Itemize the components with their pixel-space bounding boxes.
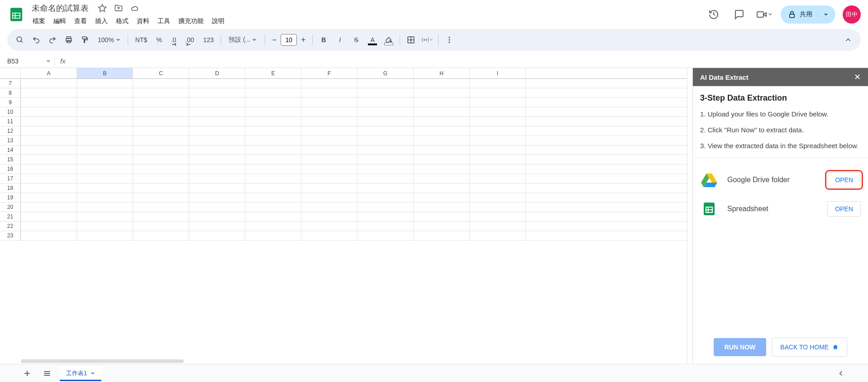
increase-decimal-button[interactable]: .00 <box>181 36 197 44</box>
horizontal-scrollbar[interactable] <box>0 358 687 364</box>
cell[interactable] <box>21 193 77 203</box>
cell[interactable] <box>77 203 133 212</box>
cell[interactable] <box>133 184 189 193</box>
open-drive-button[interactable]: OPEN <box>827 172 861 188</box>
cell[interactable] <box>358 174 414 184</box>
cell[interactable] <box>189 231 245 241</box>
cell[interactable] <box>414 107 470 117</box>
cell[interactable] <box>301 203 358 212</box>
cell[interactable] <box>21 222 77 231</box>
column-header-I[interactable]: I <box>470 68 526 79</box>
cell[interactable] <box>77 88 133 98</box>
cell[interactable] <box>189 79 245 88</box>
cell[interactable] <box>470 88 526 98</box>
sheets-logo[interactable] <box>7 5 25 24</box>
cell[interactable] <box>358 98 414 107</box>
cell[interactable] <box>470 174 526 184</box>
cell[interactable] <box>301 79 358 88</box>
row-header[interactable]: 21 <box>0 212 21 222</box>
italic-button[interactable]: I <box>333 33 347 47</box>
cell[interactable] <box>414 98 470 107</box>
cell[interactable] <box>189 107 245 117</box>
row-header[interactable]: 15 <box>0 155 21 164</box>
cell[interactable] <box>470 79 526 88</box>
font-family-dropdown[interactable]: 預設 (... <box>225 36 261 44</box>
column-header-F[interactable]: F <box>301 68 358 79</box>
cell[interactable] <box>245 145 301 155</box>
row-header[interactable]: 12 <box>0 126 21 136</box>
cell[interactable] <box>470 184 526 193</box>
chevron-down-icon[interactable] <box>46 59 51 63</box>
cell[interactable] <box>21 155 77 164</box>
cell[interactable] <box>21 212 77 222</box>
cell[interactable] <box>414 126 470 136</box>
cell[interactable] <box>133 155 189 164</box>
menu-file[interactable]: 檔案 <box>29 15 49 27</box>
row-header[interactable]: 23 <box>0 231 21 241</box>
cell[interactable] <box>358 203 414 212</box>
cloud-status-icon[interactable] <box>129 3 140 14</box>
spreadsheet-grid[interactable]: ABCDEFGHI 789101112131415161718192021222… <box>0 68 687 364</box>
more-toolbar-button[interactable] <box>442 33 457 47</box>
cell[interactable] <box>245 155 301 164</box>
formula-input[interactable] <box>71 58 868 65</box>
cell[interactable] <box>189 155 245 164</box>
cell[interactable] <box>77 184 133 193</box>
cell[interactable] <box>133 174 189 184</box>
cell[interactable] <box>358 164 414 174</box>
cell[interactable] <box>301 145 358 155</box>
font-size-input[interactable] <box>281 34 297 46</box>
row-header[interactable]: 10 <box>0 107 21 117</box>
menu-insert[interactable]: 插入 <box>91 15 111 27</box>
cell[interactable] <box>358 107 414 117</box>
explore-button[interactable] <box>834 366 848 381</box>
vertical-scrollbar[interactable] <box>687 68 692 364</box>
cell[interactable] <box>245 184 301 193</box>
cell[interactable] <box>358 184 414 193</box>
cell[interactable] <box>245 231 301 241</box>
zoom-dropdown[interactable]: 100% <box>94 36 124 44</box>
paint-format-button[interactable] <box>78 33 92 47</box>
column-header-D[interactable]: D <box>189 68 245 79</box>
borders-button[interactable] <box>404 33 418 47</box>
decrease-decimal-button[interactable]: .0 <box>167 36 180 44</box>
cell[interactable] <box>301 193 358 203</box>
cell[interactable] <box>77 193 133 203</box>
cell[interactable] <box>189 174 245 184</box>
cell[interactable] <box>133 136 189 145</box>
cell[interactable] <box>245 164 301 174</box>
share-dropdown-icon[interactable] <box>818 12 828 17</box>
cell[interactable] <box>77 164 133 174</box>
cell[interactable] <box>470 203 526 212</box>
undo-button[interactable] <box>29 33 43 47</box>
menu-format[interactable]: 格式 <box>112 15 132 27</box>
cell[interactable] <box>77 222 133 231</box>
cell[interactable] <box>133 107 189 117</box>
cell[interactable] <box>470 98 526 107</box>
cell[interactable] <box>358 193 414 203</box>
cell[interactable] <box>358 126 414 136</box>
strikethrough-button[interactable]: S <box>349 33 363 47</box>
cell[interactable] <box>21 107 77 117</box>
row-header[interactable]: 9 <box>0 98 21 107</box>
menu-view[interactable]: 查看 <box>71 15 91 27</box>
cell[interactable] <box>245 203 301 212</box>
user-avatar[interactable]: 田中 <box>843 5 861 24</box>
cell[interactable] <box>301 174 358 184</box>
cell[interactable] <box>189 126 245 136</box>
cell[interactable] <box>77 107 133 117</box>
cell[interactable] <box>414 203 470 212</box>
all-sheets-button[interactable] <box>40 366 54 381</box>
percent-button[interactable]: % <box>153 36 165 44</box>
cell[interactable] <box>245 98 301 107</box>
document-title[interactable]: 未命名的試算表 <box>29 2 91 15</box>
cell[interactable] <box>21 145 77 155</box>
cell[interactable] <box>189 212 245 222</box>
menu-edit[interactable]: 編輯 <box>50 15 70 27</box>
cell[interactable] <box>21 184 77 193</box>
cell[interactable] <box>77 126 133 136</box>
chevron-down-icon[interactable] <box>91 371 95 376</box>
cell[interactable] <box>470 145 526 155</box>
cell[interactable] <box>133 231 189 241</box>
cell[interactable] <box>21 164 77 174</box>
